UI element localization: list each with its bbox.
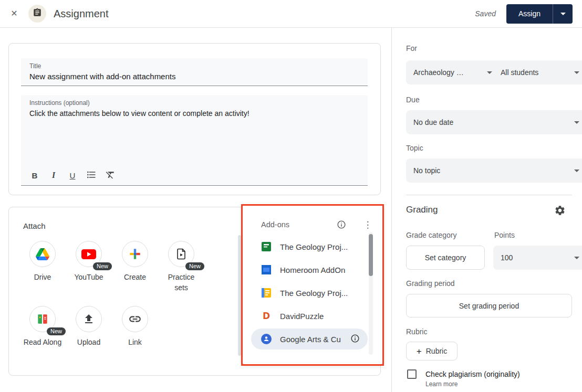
create-plus-icon bbox=[122, 241, 148, 267]
clear-formatting-button[interactable] bbox=[104, 169, 117, 182]
grading-heading: Grading bbox=[406, 205, 438, 215]
class-select-value: Archaeology … bbox=[413, 68, 484, 77]
geology-project-icon bbox=[261, 241, 272, 252]
assignment-editor: ✕ Assignment Saved Assign Title New assi… bbox=[0, 0, 582, 392]
addon-item-geology-1[interactable]: The Geology Proj... bbox=[251, 236, 368, 257]
italic-icon: I bbox=[52, 171, 55, 180]
addon-label: Google Arts & Cu bbox=[280, 335, 341, 344]
addon-label: DavidPuzzle bbox=[280, 312, 324, 321]
grade-category-label: Grade category bbox=[406, 231, 457, 239]
add-rubric-button[interactable]: + Rubric bbox=[406, 342, 458, 361]
topic-value: No topic bbox=[413, 166, 571, 175]
close-icon: ✕ bbox=[11, 9, 17, 18]
instructions-field[interactable]: Instructions (optional) Click the attach… bbox=[21, 95, 368, 186]
attach-create[interactable]: Create bbox=[112, 241, 158, 282]
attach-drive[interactable]: Drive bbox=[19, 241, 66, 282]
attach-read-along[interactable]: New Read Along bbox=[19, 306, 66, 347]
chevron-down-icon bbox=[560, 13, 566, 15]
addons-scrollbar-track[interactable] bbox=[369, 232, 373, 355]
learn-more-link[interactable]: Learn more bbox=[425, 380, 458, 388]
attach-label: Practice sets bbox=[161, 272, 201, 293]
format-toolbar: B I U bbox=[25, 169, 120, 182]
due-date-select[interactable]: No due date bbox=[406, 110, 582, 134]
due-label: Due bbox=[406, 96, 420, 104]
due-date-value: No due date bbox=[413, 118, 571, 126]
assign-dropdown-button[interactable] bbox=[553, 4, 573, 24]
attach-heading: Attach bbox=[23, 221, 46, 230]
link-icon bbox=[122, 306, 148, 332]
addons-scrollbar-thumb[interactable] bbox=[369, 234, 373, 276]
bulleted-list-button[interactable] bbox=[85, 169, 98, 182]
title-input[interactable]: New assignment with add-on attachments bbox=[21, 70, 368, 82]
rubric-button-label: Rubric bbox=[426, 347, 447, 355]
title-field[interactable]: Title New assignment with add-on attachm… bbox=[21, 58, 368, 86]
settings-sidebar: For Archaeology … All students Due No du… bbox=[391, 27, 582, 392]
chevron-down-icon bbox=[574, 71, 579, 74]
page-title: Assignment bbox=[54, 8, 109, 20]
bold-button[interactable]: B bbox=[28, 169, 41, 182]
addon-item-google-arts-culture[interactable]: Google Arts & Cu bbox=[251, 329, 368, 349]
for-label: For bbox=[406, 44, 417, 52]
set-category-button[interactable]: Set category bbox=[406, 246, 485, 270]
attach-link[interactable]: Link bbox=[112, 306, 158, 347]
addons-info-button[interactable] bbox=[336, 219, 347, 231]
points-label: Points bbox=[494, 231, 515, 239]
instructions-label: Instructions (optional) bbox=[21, 95, 368, 107]
class-select[interactable]: Archaeology … bbox=[406, 60, 498, 84]
clear-formatting-icon bbox=[105, 169, 116, 182]
addon-info-button[interactable] bbox=[350, 334, 360, 344]
assignment-form-card: Title New assignment with add-on attachm… bbox=[8, 43, 381, 195]
section-divider bbox=[406, 195, 572, 195]
assign-split-button: Assign bbox=[506, 4, 573, 24]
chevron-down-icon bbox=[574, 257, 579, 259]
attach-practice-sets[interactable]: New Practice sets bbox=[158, 241, 204, 293]
attach-scrollbar[interactable] bbox=[238, 235, 241, 356]
upload-icon bbox=[76, 306, 102, 332]
addon-item-davidpuzzle[interactable]: D DavidPuzzle bbox=[251, 305, 368, 326]
underline-icon: U bbox=[70, 171, 76, 180]
addons-heading: Add-ons bbox=[261, 220, 289, 229]
bold-icon: B bbox=[32, 171, 38, 180]
attach-label: Read Along bbox=[23, 337, 63, 347]
topbar: ✕ Assignment Saved Assign bbox=[0, 0, 582, 28]
set-grading-period-button[interactable]: Set grading period bbox=[406, 294, 572, 317]
topic-select[interactable]: No topic bbox=[406, 158, 582, 183]
students-select[interactable]: All students bbox=[493, 60, 582, 84]
bulleted-list-icon bbox=[86, 169, 97, 182]
assignment-type-badge bbox=[28, 5, 46, 23]
grading-settings-button[interactable] bbox=[553, 204, 567, 218]
info-icon bbox=[337, 220, 346, 231]
new-badge: New bbox=[93, 262, 112, 270]
addon-label: Homeroom AddOn bbox=[280, 266, 345, 274]
geology-notebook-icon bbox=[261, 288, 272, 298]
assign-button[interactable]: Assign bbox=[506, 4, 553, 24]
chevron-down-icon bbox=[574, 121, 579, 124]
new-badge: New bbox=[185, 262, 204, 270]
italic-button[interactable]: I bbox=[47, 169, 60, 182]
plagiarism-checkbox[interactable] bbox=[407, 369, 417, 379]
attach-youtube[interactable]: New YouTube bbox=[66, 241, 112, 282]
gear-icon bbox=[554, 205, 566, 218]
new-badge: New bbox=[47, 327, 66, 335]
info-icon bbox=[350, 334, 360, 345]
addon-item-geology-2[interactable]: The Geology Proj... bbox=[251, 282, 368, 303]
instructions-input[interactable]: Click the attachments below to view cont… bbox=[21, 107, 368, 119]
underline-button[interactable]: U bbox=[66, 169, 79, 182]
attach-label: Upload bbox=[69, 337, 109, 347]
topic-label: Topic bbox=[406, 144, 423, 152]
more-vertical-icon: ⋮ bbox=[363, 219, 372, 230]
plus-icon: + bbox=[417, 347, 422, 356]
attach-label: Drive bbox=[23, 272, 63, 282]
attach-label: Link bbox=[115, 337, 155, 347]
points-select[interactable]: 100 bbox=[493, 246, 582, 270]
addons-popup: Add-ons ⋮ The Geology Proj... Homeroom A… bbox=[243, 206, 382, 364]
addons-more-button[interactable]: ⋮ bbox=[361, 218, 374, 231]
saved-status: Saved bbox=[475, 9, 496, 18]
grading-period-label: Grading period bbox=[406, 279, 455, 288]
addon-label: The Geology Proj... bbox=[280, 242, 348, 251]
close-button[interactable]: ✕ bbox=[6, 6, 22, 22]
drive-icon bbox=[29, 241, 56, 267]
attach-upload[interactable]: Upload bbox=[66, 306, 112, 347]
addon-item-homeroom[interactable]: Homeroom AddOn bbox=[251, 259, 368, 280]
attach-label: YouTube bbox=[69, 272, 109, 282]
